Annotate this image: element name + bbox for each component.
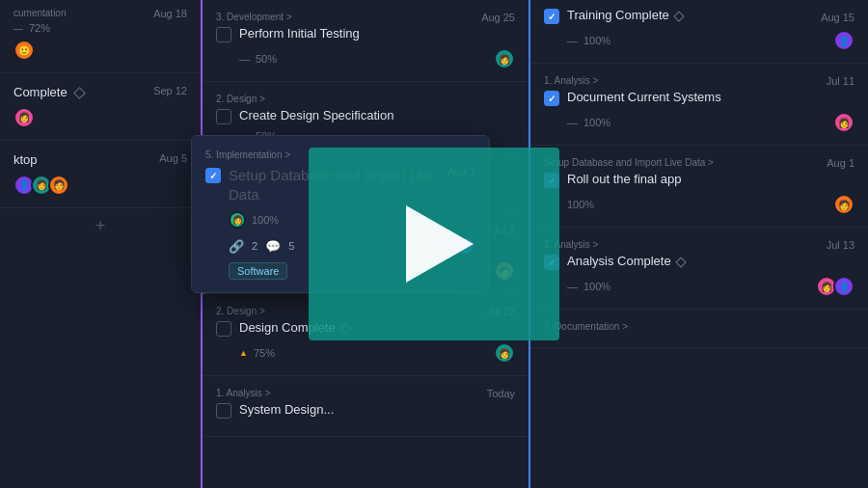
- task-title: Training Complete: [567, 8, 683, 24]
- left-complete-title: Complete: [14, 85, 68, 101]
- left-top-progress-icon: —: [14, 23, 23, 34]
- avatar: 👤: [833, 276, 854, 297]
- task-checkbox[interactable]: [216, 27, 231, 42]
- main-container: cumentation Aug 18 — 72% 🙂 Sep 12 Comple…: [0, 0, 868, 488]
- progress-value: 50%: [256, 53, 277, 65]
- play-overlay[interactable]: [309, 148, 559, 340]
- task-title: System Design...: [239, 402, 334, 419]
- task-checkbox[interactable]: [216, 109, 231, 124]
- task-title: Document Current Systems: [567, 90, 721, 106]
- task-meta: 1. Analysis >: [544, 239, 854, 250]
- progress-value: 100%: [583, 117, 610, 128]
- task-date: Aug 25: [481, 12, 515, 23]
- task-date: Today: [487, 388, 515, 399]
- task-meta: 3. Development >: [216, 12, 515, 22]
- task-checkbox[interactable]: [216, 403, 231, 419]
- task-item: 1. Analysis > Jul 11 Document Current Sy…: [530, 64, 868, 146]
- task-meta: 7. Documentation >: [544, 321, 854, 332]
- task-title: Roll out the final app: [567, 172, 682, 188]
- diamond-icon: [73, 87, 86, 99]
- progress-value: 100%: [583, 281, 610, 292]
- popup-progress: 100%: [252, 214, 279, 226]
- avatar: 👤: [833, 30, 854, 51]
- progress-icon: —: [567, 281, 578, 292]
- avatar: 👩: [833, 112, 854, 133]
- left-top-item: cumentation Aug 18 — 72% 🙂: [0, 0, 201, 73]
- avatar: 🧑: [48, 175, 69, 196]
- avatar: 🧑: [833, 194, 854, 215]
- task-date: Jul 13: [827, 239, 854, 251]
- left-desktop-item: Aug 5 ktop 👤 👩 🧑: [0, 141, 201, 208]
- progress-value: 75%: [254, 347, 275, 359]
- task-checkbox[interactable]: [216, 321, 231, 337]
- task-item: 3. Development > Aug 25 Perform Initial …: [203, 0, 529, 82]
- right-column: Aug 15 Training Complete — 100% 👤 1. Ana…: [530, 0, 868, 488]
- task-meta: Setup Database and Import Live Data >: [544, 157, 854, 168]
- progress-icon: —: [567, 35, 578, 46]
- left-desktop-date: Aug 5: [159, 152, 187, 164]
- task-date: Aug 15: [821, 12, 854, 23]
- avatar: 👩: [494, 48, 515, 69]
- comment-count: 5: [288, 240, 294, 252]
- progress-icon: —: [567, 117, 578, 128]
- add-button[interactable]: +: [0, 208, 201, 244]
- task-item: 7. Documentation >: [530, 310, 868, 348]
- task-checkbox[interactable]: [544, 9, 559, 24]
- comment-icon: 💬: [265, 239, 281, 254]
- task-title: Analysis Complete: [567, 254, 685, 270]
- task-meta: 1. Analysis >: [216, 388, 515, 398]
- task-item: 1. Analysis > Jul 13 Analysis Complete —…: [530, 228, 868, 310]
- progress-icon: ▲: [239, 348, 248, 358]
- progress-icon: —: [239, 53, 250, 65]
- left-top-date: Aug 18: [153, 8, 187, 19]
- task-item: Setup Database and Import Live Data > Au…: [530, 146, 868, 228]
- play-button-icon: [406, 205, 474, 283]
- left-complete-item: Sep 12 Complete 👩: [0, 73, 201, 141]
- left-complete-date: Sep 12: [153, 85, 187, 96]
- avatar: 👩: [229, 211, 246, 229]
- task-checkbox[interactable]: [544, 91, 559, 106]
- left-top-meta: cumentation Aug 18: [14, 8, 187, 18]
- task-date: Jul 11: [827, 75, 854, 87]
- link-count: 2: [252, 240, 258, 252]
- left-column: cumentation Aug 18 — 72% 🙂 Sep 12 Comple…: [0, 0, 203, 488]
- progress-value: 100%: [567, 199, 594, 210]
- avatar: 👩: [14, 107, 35, 128]
- task-item: 1. Analysis > Today System Design...: [203, 376, 529, 437]
- popup-tag[interactable]: Software: [229, 262, 287, 280]
- left-top-progress-val: 72%: [29, 22, 50, 34]
- task-item: Aug 15 Training Complete — 100% 👤: [530, 0, 868, 64]
- task-date: Aug 1: [827, 157, 854, 169]
- avatar: 🙂: [14, 40, 35, 61]
- task-meta: 1. Analysis >: [544, 75, 854, 86]
- task-title: Perform Initial Testing: [239, 26, 360, 42]
- link-icon: 🔗: [229, 239, 244, 254]
- task-meta: 2. Design >: [216, 94, 515, 104]
- task-title: Create Design Specification: [239, 108, 393, 124]
- avatar: 👩: [494, 342, 515, 364]
- progress-value: 100%: [583, 35, 610, 46]
- popup-checkbox[interactable]: [205, 168, 221, 183]
